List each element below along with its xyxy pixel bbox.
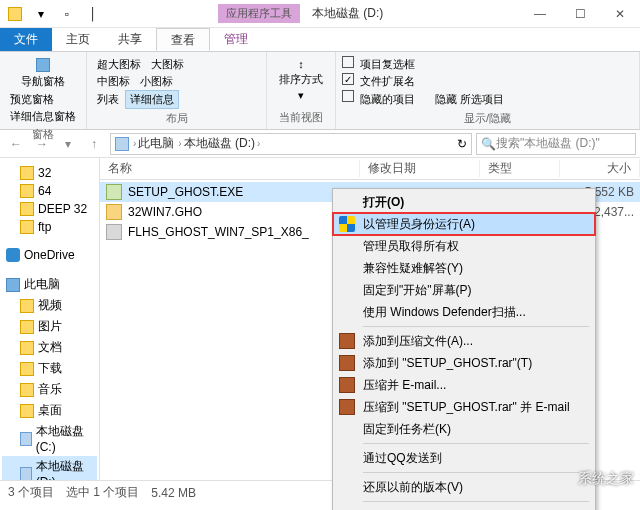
column-headers[interactable]: 名称 修改日期 类型 大小 [100,158,640,180]
crumb-drive[interactable]: 本地磁盘 (D:) [184,135,255,152]
folder-icon [4,3,26,25]
pane-icon [36,58,50,72]
search-icon: 🔍 [481,137,496,151]
layout-xlarge[interactable]: 超大图标 [93,56,145,73]
forward-button[interactable]: → [30,132,54,156]
nav-pane-button[interactable]: 导航窗格 [6,56,80,91]
col-date[interactable]: 修改日期 [360,160,480,177]
ctx-take-ownership[interactable]: 管理员取得所有权 [333,235,595,257]
hide-selected-button[interactable]: 隐藏 所选项目 [429,90,510,109]
folder-icon [20,220,34,234]
tree-music[interactable]: 音乐 [2,379,97,400]
crumb-thispc[interactable]: 此电脑 [138,135,174,152]
window-title: 本地磁盘 (D:) [300,5,395,22]
ctx-pin-start[interactable]: 固定到"开始"屏幕(P) [333,279,595,301]
folder-icon [20,202,34,216]
details-pane-button[interactable]: 详细信息窗格 [6,108,80,125]
ctx-qq-send[interactable]: 通过QQ发送到 [333,447,595,469]
iso-icon [106,224,122,240]
ribbon-tabs: 文件 主页 共享 查看 管理 [0,28,640,52]
tree-desktop[interactable]: 桌面 [2,400,97,421]
ctx-compress-email[interactable]: 压缩并 E-mail... [333,374,595,396]
rar-icon [339,355,355,371]
search-input[interactable]: 🔍 搜索"本地磁盘 (D:)" [476,133,636,155]
context-menu: 打开(O) 以管理员身份运行(A) 管理员取得所有权 兼容性疑难解答(Y) 固定… [332,188,596,510]
ctx-separator [363,443,589,444]
ctx-compat-troubleshoot[interactable]: 兼容性疑难解答(Y) [333,257,595,279]
tab-view[interactable]: 查看 [156,28,210,51]
layout-list[interactable]: 列表 [93,90,123,109]
folder-icon [20,184,34,198]
ctx-send-to[interactable]: 发送到(N)▶ [333,505,595,510]
ctx-pin-taskbar[interactable]: 固定到任务栏(K) [333,418,595,440]
ctx-restore-previous[interactable]: 还原以前的版本(V) [333,476,595,498]
col-name[interactable]: 名称 [100,160,360,177]
tree-thispc[interactable]: 此电脑 [2,274,97,295]
pc-icon [6,278,20,292]
layout-medium[interactable]: 中图标 [93,73,134,90]
back-button[interactable]: ← [4,132,28,156]
recent-dropdown[interactable]: ▾ [56,132,80,156]
preview-pane-button[interactable]: 预览窗格 [6,91,58,108]
ctx-open[interactable]: 打开(O) [333,191,595,213]
shield-icon [339,216,355,232]
gho-icon [106,204,122,220]
rar-icon [339,399,355,415]
tree-folder-32[interactable]: 32 [2,164,97,182]
tab-file[interactable]: 文件 [0,28,52,51]
sort-icon: ↕ [298,58,304,70]
close-button[interactable]: ✕ [600,0,640,28]
maximize-button[interactable]: ☐ [560,0,600,28]
navigation-tree[interactable]: 32 64 DEEP 32 ftp OneDrive 此电脑 视频 图片 文档 … [0,158,100,480]
tab-home[interactable]: 主页 [52,28,104,51]
tab-share[interactable]: 共享 [104,28,156,51]
ctx-compress-rar-email[interactable]: 压缩到 "SETUP_GHOST.rar" 并 E-mail [333,396,595,418]
qat-sep-icon: │ [82,3,104,25]
ribbon-group-panes: 导航窗格 预览窗格 详细信息窗格 窗格 [0,52,87,129]
tree-folder-deep32[interactable]: DEEP 32 [2,200,97,218]
tree-documents[interactable]: 文档 [2,337,97,358]
tree-onedrive[interactable]: OneDrive [2,246,97,264]
qat-down-icon[interactable]: ▾ [30,3,52,25]
minimize-button[interactable]: — [520,0,560,28]
title-bar: ▾ ▫ │ 应用程序工具 本地磁盘 (D:) — ☐ ✕ [0,0,640,28]
qat-item-icon[interactable]: ▫ [56,3,78,25]
tab-manage[interactable]: 管理 [210,28,262,51]
rar-icon [339,377,355,393]
tree-drive-d[interactable]: 本地磁盘 (D:) [2,456,97,480]
ribbon-group-layout: 超大图标 大图标 中图标 小图标 列表 详细信息 布局 [87,52,267,129]
exe-icon [106,184,122,200]
col-type[interactable]: 类型 [480,160,560,177]
onedrive-icon [6,248,20,262]
refresh-icon[interactable]: ↻ [457,137,467,151]
ctx-add-rar[interactable]: 添加到 "SETUP_GHOST.rar"(T) [333,352,595,374]
tree-videos[interactable]: 视频 [2,295,97,316]
ctx-separator [363,326,589,327]
ctx-separator [363,472,589,473]
layout-small[interactable]: 小图标 [136,73,177,90]
tree-downloads[interactable]: 下载 [2,358,97,379]
checkbox-itemcheck[interactable] [342,56,354,68]
tree-pictures[interactable]: 图片 [2,316,97,337]
layout-details[interactable]: 详细信息 [125,90,179,109]
address-bar[interactable]: ›此电脑 ›本地磁盘 (D:) › ↻ [110,133,472,155]
ctx-run-as-admin[interactable]: 以管理员身份运行(A) [333,213,595,235]
checkbox-hidden[interactable] [342,90,354,102]
ctx-defender-scan[interactable]: 使用 Windows Defender扫描... [333,301,595,323]
quick-access-toolbar: ▾ ▫ │ [0,3,108,25]
ctx-separator [363,501,589,502]
tree-folder-64[interactable]: 64 [2,182,97,200]
ctx-add-archive[interactable]: 添加到压缩文件(A)... [333,330,595,352]
rar-icon [339,333,355,349]
status-selection: 选中 1 个项目 [66,484,139,501]
tree-drive-c[interactable]: 本地磁盘 (C:) [2,421,97,456]
folder-icon [20,166,34,180]
ribbon-group-currentview: ↕ 排序方式 ▾ 当前视图 [267,52,336,129]
checkbox-ext[interactable] [342,73,354,85]
col-size[interactable]: 大小 [560,160,640,177]
up-button[interactable]: ↑ [82,132,106,156]
sort-button[interactable]: ↕ 排序方式 ▾ [273,56,329,104]
tree-folder-ftp[interactable]: ftp [2,218,97,236]
address-bar-row: ← → ▾ ↑ ›此电脑 ›本地磁盘 (D:) › ↻ 🔍 搜索"本地磁盘 (D… [0,130,640,158]
layout-large[interactable]: 大图标 [147,56,188,73]
